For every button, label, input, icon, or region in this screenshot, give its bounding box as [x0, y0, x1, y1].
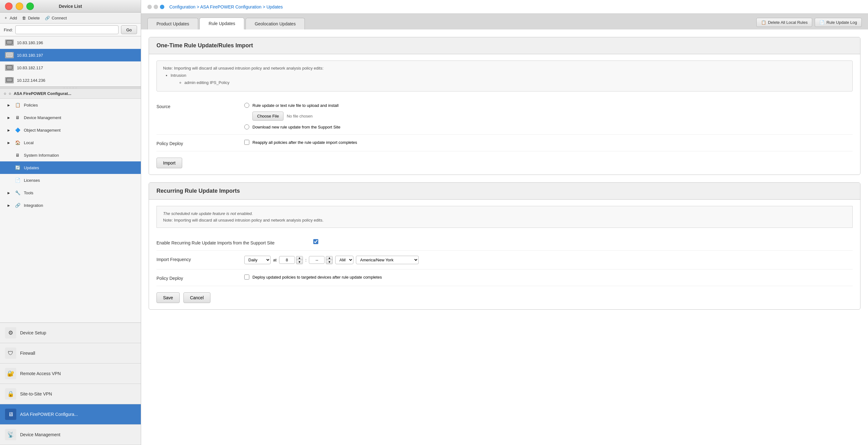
minute-down-button[interactable]: ▼ [326, 260, 332, 264]
tab-geolocation-updates[interactable]: Geolocation Updates [246, 18, 305, 30]
delete-button[interactable]: 🗑 Delete [22, 16, 40, 21]
breadcrumb-link[interactable]: Configuration > ASA FirePOWER Configurat… [169, 4, 283, 9]
choose-file-button[interactable]: Choose File [252, 111, 283, 121]
bottom-nav-label: Site-to-Site VPN [20, 391, 52, 397]
tab-rule-updates[interactable]: Rule Updates [199, 18, 244, 30]
add-button[interactable]: ＋ Add [4, 15, 17, 21]
freq-controls: Daily Weekly Monthly at ▲ [244, 256, 852, 264]
sidebar-item-tools[interactable]: ▶ 🔧 Tools [0, 186, 141, 199]
bottom-nav-remote-access-vpn[interactable]: 🔐 Remote Access VPN [0, 364, 141, 384]
sidebar-item-device-management[interactable]: ▶ 🖥 Device Management [0, 111, 141, 124]
note-sub-item: admin editing IPS_Policy [184, 80, 846, 85]
radio-label-upload: Rule update or text rule file to upload … [252, 103, 339, 108]
policy-deploy-checkbox-label: Reapply all policies after the rule upda… [252, 140, 357, 145]
source-label: Source [156, 103, 244, 109]
enable-checkbox[interactable] [313, 239, 318, 244]
note-box: Note: Importing will discard all unsaved… [156, 61, 852, 92]
save-cancel-row: Save Cancel [156, 293, 852, 303]
find-input[interactable] [16, 25, 119, 34]
bottom-nav-site-to-site-vpn[interactable]: 🔒 Site-to-Site VPN [0, 384, 141, 404]
svg-rect-5 [7, 66, 11, 69]
policy-deploy-checkbox[interactable] [244, 140, 249, 145]
note-text: Note: Importing will discard all unsaved… [163, 66, 323, 70]
delete-icon: 📋 [761, 20, 766, 25]
sidebar-item-label: Licenses [24, 178, 40, 183]
device-icon [5, 52, 14, 58]
timezone-select[interactable]: America/New York [356, 256, 418, 264]
nav-group-header[interactable]: ○ ○ ASA FirePOWER Configurat... [0, 89, 141, 99]
bottom-nav-device-setup[interactable]: ⚙ Device Setup [0, 323, 141, 343]
connect-button[interactable]: 🔗 Connect [45, 16, 67, 21]
sidebar-item-updates[interactable]: ▶ 🔄 Updates [0, 161, 141, 174]
close-button[interactable] [5, 2, 12, 10]
at-label: at [273, 258, 277, 262]
rule-update-log-button[interactable]: 📄 Rule Update Log [815, 18, 862, 27]
recurring-note2: Note: Importing will discard all unsaved… [163, 218, 846, 222]
sidebar-item-integration[interactable]: ▶ 🔗 Integration [0, 199, 141, 211]
colon-separator: : [305, 258, 307, 262]
recurring-section-header: Recurring Rule Update Imports [149, 183, 860, 200]
bottom-nav-firewall[interactable]: 🛡 Firewall [0, 343, 141, 364]
hour-down-button[interactable]: ▼ [296, 260, 303, 264]
tools-icon: 🔧 [14, 189, 21, 197]
hour-input[interactable] [279, 256, 295, 264]
source-radio-upload[interactable] [244, 103, 249, 108]
sidebar-item-policies[interactable]: ▶ 📋 Policies [0, 99, 141, 111]
device-ip: 10.83.180.197 [17, 53, 43, 58]
minimize-button[interactable] [16, 2, 23, 10]
cancel-button[interactable]: Cancel [183, 293, 210, 303]
expand-arrow-icon: ▶ [7, 204, 10, 207]
sidebar-item-licenses[interactable]: ▶ 📄 Licenses [0, 174, 141, 186]
recurring-policy-deploy-checkbox[interactable] [244, 275, 249, 279]
device-setup-icon: ⚙ [5, 327, 16, 338]
bottom-nav-label: ASA FirePOWER Configura... [20, 412, 78, 417]
minute-input[interactable] [309, 256, 324, 264]
save-button[interactable]: Save [156, 293, 180, 303]
sidebar-item-local[interactable]: ▶ 🏠 Local [0, 136, 141, 149]
recurring-policy-deploy-control: Deploy updated policies to targeted devi… [244, 275, 852, 279]
minute-input-group: ▲ ▼ [309, 256, 333, 264]
minute-up-button[interactable]: ▲ [326, 256, 332, 260]
device-list: 10.83.180.196 10.83.180.197 10.83.182.11… [0, 36, 141, 87]
delete-all-local-rules-button[interactable]: 📋 Delete All Local Rules [756, 18, 812, 27]
updates-icon: 🔄 [14, 164, 21, 171]
hour-up-button[interactable]: ▲ [296, 256, 303, 260]
source-row: Source Rule update or text rule file to … [156, 98, 852, 135]
sidebar-item-label: Updates [24, 166, 39, 170]
radio-row-1: Rule update or text rule file to upload … [244, 103, 852, 108]
source-radio-download[interactable] [244, 125, 249, 129]
system-info-icon: 🖥 [14, 151, 21, 159]
sidebar-item-system-information[interactable]: ▶ 🖥 System Information [0, 149, 141, 161]
freq-select[interactable]: Daily Weekly Monthly [244, 256, 271, 264]
ampm-select[interactable]: AM PM [335, 256, 353, 264]
remote-vpn-icon: 🔐 [5, 368, 16, 379]
import-freq-row: Import Frequency Daily Weekly Monthly at [156, 251, 852, 270]
device-icon [5, 39, 14, 46]
bottom-nav-asa-firepower[interactable]: 🖥 ASA FirePOWER Configura... [0, 404, 141, 424]
tab-product-updates[interactable]: Product Updates [147, 18, 198, 30]
no-file-text: No file chosen [287, 114, 312, 118]
minute-stepper: ▲ ▼ [326, 256, 333, 264]
sidebar-item-object-management[interactable]: ▶ 🔷 Object Management [0, 124, 141, 136]
device-mgmt-icon: 📡 [5, 429, 16, 440]
expand-arrow-icon: ▶ [7, 116, 10, 119]
freq-controls-container: Daily Weekly Monthly at ▲ [244, 256, 852, 264]
site-to-site-icon: 🔒 [5, 388, 16, 400]
connect-icon: 🔗 [45, 16, 50, 21]
policy-deploy-row: Policy Deploy Reapply all policies after… [156, 135, 852, 151]
section-body: Note: Importing will discard all unsaved… [149, 54, 860, 175]
device-item[interactable]: 10.83.180.197 [0, 49, 141, 61]
device-item[interactable]: 10.122.144.236 [0, 74, 141, 87]
find-bar: Find: Go [0, 24, 141, 36]
device-item[interactable]: 10.83.182.117 [0, 61, 141, 74]
find-label: Find: [4, 28, 13, 32]
svg-rect-1 [7, 41, 11, 43]
hour-stepper: ▲ ▼ [296, 256, 303, 264]
maximize-button[interactable] [26, 2, 34, 10]
device-item[interactable]: 10.83.180.196 [0, 36, 141, 49]
expand-arrow-icon: ▶ [7, 141, 10, 144]
find-go-button[interactable]: Go [121, 25, 137, 34]
device-ip: 10.122.144.236 [17, 78, 45, 83]
bottom-nav-device-management[interactable]: 📡 Device Management [0, 424, 141, 445]
import-button[interactable]: Import [156, 158, 182, 168]
